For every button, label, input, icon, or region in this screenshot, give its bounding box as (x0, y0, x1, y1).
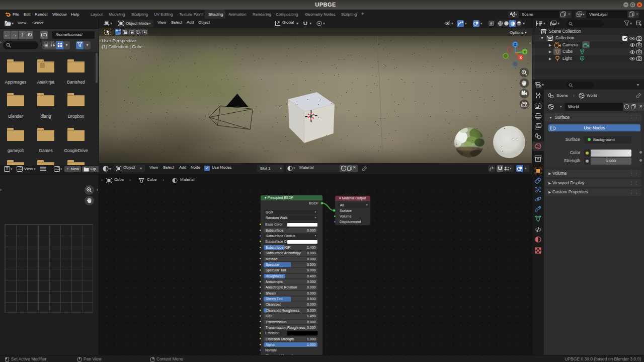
svg-text:X: X (520, 56, 522, 59)
svg-text:Y: Y (524, 50, 526, 54)
svg-text:Z: Z (514, 43, 517, 46)
